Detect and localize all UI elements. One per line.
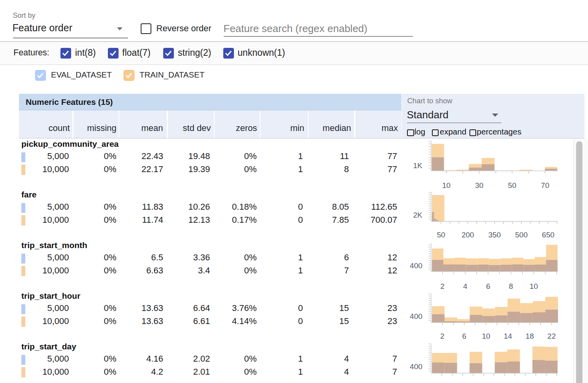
svg-text:400: 400: [410, 362, 422, 371]
svg-text:10: 10: [530, 282, 538, 290]
svg-text:4: 4: [463, 282, 467, 290]
svg-text:500: 500: [515, 231, 528, 239]
svg-text:2K: 2K: [413, 211, 423, 219]
svg-text:2: 2: [440, 332, 445, 340]
svg-text:50: 50: [508, 181, 516, 190]
svg-text:2: 2: [440, 282, 445, 290]
svg-text:18: 18: [526, 332, 534, 340]
svg-text:10: 10: [442, 181, 450, 190]
svg-text:10: 10: [482, 332, 490, 340]
svg-text:400: 400: [410, 262, 422, 270]
svg-text:650: 650: [542, 231, 554, 239]
svg-text:30: 30: [475, 181, 483, 190]
svg-text:6: 6: [462, 332, 466, 340]
svg-text:350: 350: [488, 231, 501, 239]
svg-text:200: 200: [462, 231, 474, 239]
svg-text:70: 70: [541, 181, 549, 190]
svg-text:6: 6: [486, 282, 490, 290]
svg-text:50: 50: [437, 231, 445, 239]
svg-text:400: 400: [410, 312, 422, 320]
svg-text:22: 22: [547, 332, 556, 340]
svg-text:1K: 1K: [413, 161, 423, 170]
svg-text:14: 14: [504, 332, 513, 340]
svg-text:8: 8: [509, 282, 513, 290]
